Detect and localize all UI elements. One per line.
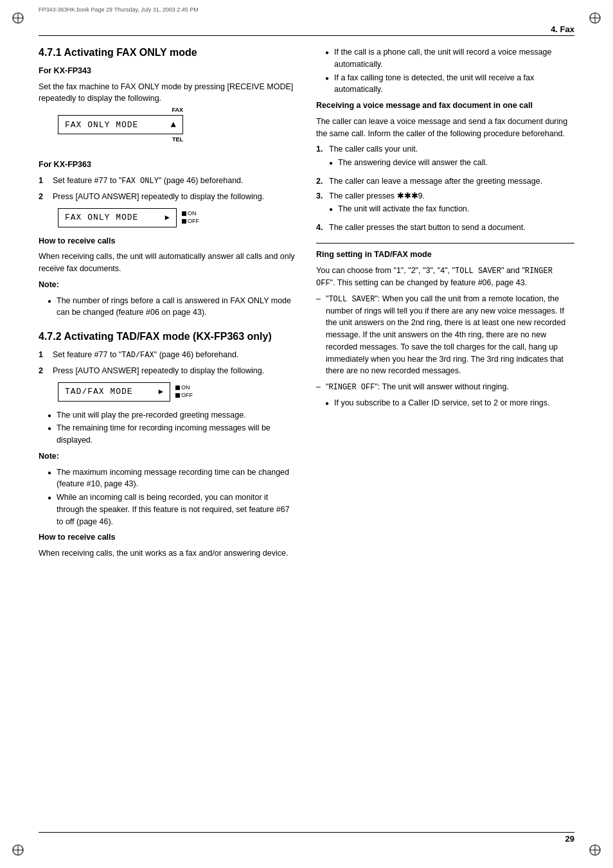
tad-bullet2: The remaining time for recording incomin… <box>48 422 297 447</box>
step-4: 4. The caller presses the start button t… <box>316 222 574 234</box>
lcd-display-2: FAX ONLY MODE ▶ ON OFF <box>58 208 297 227</box>
lcd-display-tad: TAD/FAX MODE ▶ ON OFF <box>58 382 297 402</box>
right-column: If the call is a phone call, the unit wi… <box>316 40 574 828</box>
step-1: 1. The caller calls your unit. The answe… <box>316 143 574 173</box>
header-divider <box>39 35 574 36</box>
fp363-step2-text: Press [AUTO ANSWER] repeatedly to displa… <box>53 191 297 203</box>
section-471-title: 4.7.1 Activating FAX ONLY mode <box>39 46 297 60</box>
caller-id-bullet: If you subscribe to a Caller ID service,… <box>325 397 574 409</box>
lcd1-fax-label: FAX <box>172 107 183 113</box>
page-number: 29 <box>565 834 574 844</box>
left-column: 4.7.1 Activating FAX ONLY mode For KX-FP… <box>39 40 297 828</box>
dash-list: "TOLL SAVER": When you call the unit fro… <box>316 293 574 394</box>
lcd2-box: FAX ONLY MODE ▶ <box>58 208 177 227</box>
lcd1-box: FAX ONLY MODE ▲ <box>58 115 183 134</box>
tad-bullets: The unit will play the pre-recorded gree… <box>39 409 297 447</box>
how-receive-calls-text-1: When receiving calls, the unit will auto… <box>39 251 297 275</box>
corner-mark-tl <box>12 12 24 24</box>
dash-item-ringer-off: "RINGER OFF": The unit will answer witho… <box>316 381 574 393</box>
fp343-label: For KX-FP343 <box>39 65 297 77</box>
step1-text: The caller calls your unit. <box>329 145 418 154</box>
ring-setting-section: Ring setting in TAD/FAX mode You can cho… <box>316 243 574 409</box>
fp363-label: For KX-FP363 <box>39 159 297 171</box>
printer-info: FP343-363HK.book Page 29 Thursday, July … <box>39 6 199 13</box>
voice-fax-label: Receiving a voice message and fax docume… <box>316 100 574 112</box>
fp343-text: Set the fax machine to FAX ONLY mode by … <box>39 81 297 105</box>
tad-bullet1: The unit will play the pre-recorded gree… <box>48 409 297 421</box>
lcd2-text: FAX ONLY MODE <box>65 213 138 222</box>
dash-item-toll-saver: "TOLL SAVER": When you call the unit fro… <box>316 293 574 378</box>
corner-mark-br <box>589 844 601 856</box>
note-item-1: The number of rings before a call is ans… <box>48 295 297 319</box>
note-list-1: The number of rings before a call is ans… <box>39 295 297 319</box>
main-content: 4.7.1 Activating FAX ONLY mode For KX-FP… <box>39 40 574 828</box>
ring-setting-text: You can choose from "1", "2", "3", "4", … <box>316 265 574 289</box>
tad-note2: While an incoming call is being recorded… <box>48 492 297 527</box>
fp363-step1-text: Set feature #77 to "FAX ONLY" (page 46) … <box>53 175 297 187</box>
ring-setting-label: Ring setting in TAD/FAX mode <box>316 249 574 261</box>
step3-bullet: The unit will activate the fax function. <box>329 203 574 215</box>
tad-step1-text: Set feature #77 to "TAD/FAX" (page 46) b… <box>53 349 297 361</box>
right-top-bullets: If the call is a phone call, the unit wi… <box>316 46 574 96</box>
lcd-tad-box: TAD/FAX MODE ▶ <box>58 382 170 402</box>
note-label-2: Note: <box>39 450 297 463</box>
corner-mark-bl <box>12 844 24 856</box>
tad-step1: 1 Set feature #77 to "TAD/FAX" (page 46)… <box>39 349 297 361</box>
fp363-step1: 1 Set feature #77 to "FAX ONLY" (page 46… <box>39 175 297 187</box>
lcd1-text: FAX ONLY MODE <box>65 120 138 130</box>
tad-step2: 2 Press [AUTO ANSWER] repeatedly to disp… <box>39 365 297 377</box>
footer-divider <box>39 832 574 833</box>
how-receive-calls-label-2: How to receive calls <box>39 531 297 544</box>
fp363-step2: 2 Press [AUTO ANSWER] repeatedly to disp… <box>39 191 297 203</box>
step1-bullet: The answering device will answer the cal… <box>329 157 574 169</box>
chapter-header: 4. Fax <box>551 24 574 34</box>
step3-text: The caller presses ✱✱✱9. <box>329 191 425 200</box>
step-3: 3. The caller presses ✱✱✱9. The unit wil… <box>316 190 574 220</box>
section-472-title: 4.7.2 Activating TAD/FAX mode (KX-FP363 … <box>39 330 297 344</box>
step-2: 2. The caller can leave a message after … <box>316 175 574 188</box>
tad-step2-text: Press [AUTO ANSWER] repeatedly to displa… <box>53 365 297 377</box>
tad-note1: The maximum incoming message recording t… <box>48 466 297 491</box>
right-bullet-1: If the call is a phone call, the unit wi… <box>325 46 574 71</box>
how-receive-calls-label-1: How to receive calls <box>39 235 297 247</box>
right-bullet-2: If a fax calling tone is detected, the u… <box>325 72 574 96</box>
lcd2-on-off: ON OFF <box>182 210 199 225</box>
corner-mark-tr <box>589 12 601 24</box>
lcd1-arrow: ▲ <box>171 120 176 130</box>
caller-id-bullet-list: If you subscribe to a Caller ID service,… <box>316 397 574 409</box>
lcd-tad-text: TAD/FAX MODE <box>65 387 133 396</box>
lcd1-tel-label: TEL <box>172 136 183 143</box>
note-label-1: Note: <box>39 279 297 291</box>
note-list-2: The maximum incoming message recording t… <box>39 466 297 528</box>
lcd-display-1: FAX FAX ONLY MODE ▲ TEL <box>58 115 183 134</box>
step2-text: The caller can leave a message after the… <box>329 175 574 188</box>
lcd-tad-on-off: ON OFF <box>175 384 193 399</box>
how-receive-calls-text-2: When receiving calls, the unit works as … <box>39 547 297 560</box>
steps-list: 1. The caller calls your unit. The answe… <box>316 143 574 234</box>
step4-text: The caller presses the start button to s… <box>329 222 574 234</box>
voice-fax-text: The caller can leave a voice message and… <box>316 116 574 140</box>
